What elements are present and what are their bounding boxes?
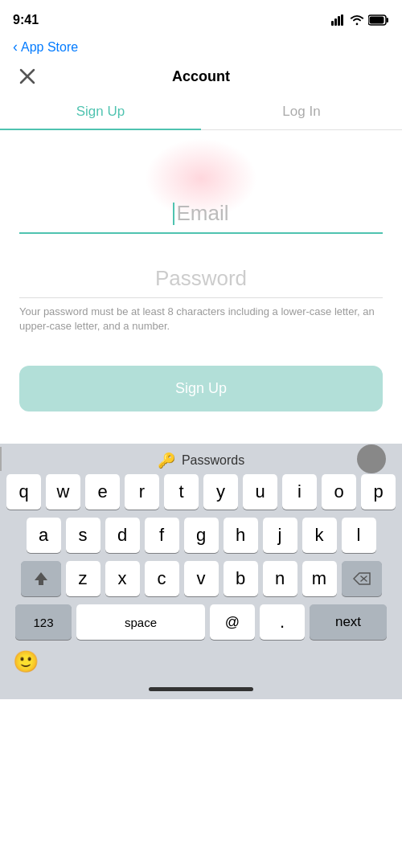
key-next[interactable]: next: [310, 604, 387, 640]
keyboard-row-2: a s d f g h j k l: [0, 518, 402, 553]
key-a[interactable]: a: [27, 518, 61, 553]
password-field-wrapper: Password: [19, 260, 383, 298]
emoji-row: 🙂: [0, 645, 402, 682]
nav-bar: ‹ App Store: [0, 35, 402, 62]
keyboard-divider-left: [0, 447, 2, 471]
key-l[interactable]: l: [342, 518, 376, 553]
svg-rect-2: [338, 16, 340, 26]
key-g[interactable]: g: [184, 518, 219, 553]
svg-marker-9: [35, 572, 47, 585]
key-u[interactable]: u: [243, 474, 277, 510]
status-time: 9:41: [13, 13, 39, 27]
backspace-key[interactable]: [342, 561, 382, 596]
key-v[interactable]: v: [184, 561, 219, 596]
key-r[interactable]: r: [125, 474, 159, 510]
svg-rect-5: [387, 18, 389, 23]
keyboard: 🔑 Passwords q w e r t y u i o p a s d f …: [0, 444, 402, 699]
signup-button[interactable]: Sign Up: [19, 366, 383, 411]
backspace-icon: [353, 572, 371, 585]
form-area: Email Password Your password must be at …: [0, 130, 402, 444]
keyboard-row-1: q w e r t y u i o p: [0, 474, 402, 510]
svg-rect-3: [341, 14, 343, 26]
email-field-wrapper: Email: [19, 194, 383, 234]
key-c[interactable]: c: [145, 561, 179, 596]
key-m[interactable]: m: [302, 561, 337, 596]
text-cursor: [173, 203, 174, 225]
home-bar: [149, 687, 253, 691]
key-b[interactable]: b: [224, 561, 258, 596]
key-space[interactable]: space: [76, 604, 205, 640]
keyboard-passwords-row: 🔑 Passwords: [0, 444, 402, 474]
key-s[interactable]: s: [66, 518, 100, 553]
key-dot[interactable]: .: [260, 604, 305, 640]
home-indicator: [0, 682, 402, 699]
key-k[interactable]: k: [302, 518, 337, 553]
signal-icon: [331, 14, 346, 26]
status-bar: 9:41: [0, 0, 402, 35]
key-at[interactable]: @: [210, 604, 255, 640]
key-n[interactable]: n: [263, 561, 297, 596]
back-chevron-icon: ‹: [13, 39, 18, 55]
tab-signup[interactable]: Sign Up: [0, 94, 201, 129]
key-p[interactable]: p: [361, 474, 396, 510]
close-button[interactable]: [13, 62, 42, 91]
key-f[interactable]: f: [145, 518, 179, 553]
keyboard-bottom-row: 123 space @ . next: [0, 604, 402, 640]
back-button[interactable]: ‹ App Store: [13, 39, 78, 55]
password-hint: Your password must be at least 8 charact…: [19, 305, 383, 334]
tabs: Sign Up Log In: [0, 94, 402, 130]
key-w[interactable]: w: [46, 474, 80, 510]
key-o[interactable]: o: [322, 474, 356, 510]
keyboard-drag-handle[interactable]: [357, 444, 386, 473]
key-z[interactable]: z: [66, 561, 100, 596]
key-d[interactable]: d: [105, 518, 140, 553]
svg-rect-0: [331, 21, 334, 26]
key-j[interactable]: j: [263, 518, 297, 553]
email-placeholder[interactable]: Email: [176, 201, 228, 226]
shift-icon: [33, 571, 49, 587]
key-t[interactable]: t: [164, 474, 199, 510]
battery-icon: [368, 14, 389, 26]
key-x[interactable]: x: [105, 561, 140, 596]
status-icons: [331, 14, 389, 26]
keyboard-row-3: z x c v b n m: [0, 561, 402, 596]
back-label: App Store: [21, 40, 78, 55]
svg-rect-6: [370, 17, 384, 24]
key-h[interactable]: h: [224, 518, 258, 553]
tab-login[interactable]: Log In: [201, 94, 402, 129]
key-q[interactable]: q: [6, 474, 41, 510]
shift-key[interactable]: [21, 561, 61, 596]
key-e[interactable]: e: [85, 474, 120, 510]
emoji-button[interactable]: 🙂: [13, 649, 39, 674]
svg-rect-1: [334, 18, 337, 26]
key-123[interactable]: 123: [15, 604, 72, 640]
key-y[interactable]: y: [203, 474, 238, 510]
passwords-label: Passwords: [182, 453, 244, 468]
password-placeholder[interactable]: Password: [155, 266, 247, 290]
close-icon: [18, 68, 36, 85]
wifi-icon: [350, 14, 364, 26]
key-i[interactable]: i: [282, 474, 317, 510]
page-title: Account: [172, 68, 230, 85]
key-icon: 🔑: [158, 452, 175, 469]
